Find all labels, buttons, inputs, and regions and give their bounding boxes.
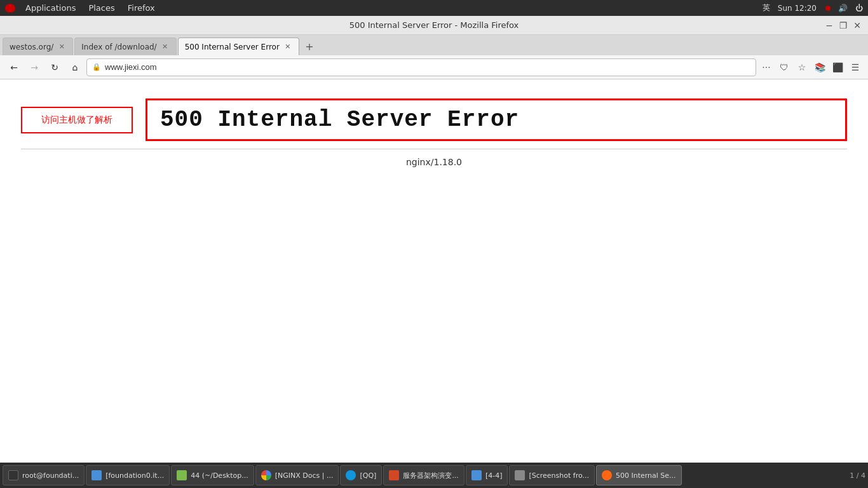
minimize-button[interactable]: − <box>824 20 835 31</box>
system-bar-left: Applications Places Firefox <box>5 2 160 14</box>
taskbar-files[interactable]: [4-4] <box>466 465 508 485</box>
window-title: 500 Internal Server Error - Mozilla Fire… <box>349 20 519 30</box>
close-button[interactable]: ✕ <box>851 20 863 31</box>
bookmark-star-button[interactable]: ☆ <box>794 60 810 75</box>
tab-close-button[interactable]: ✕ <box>283 43 292 51</box>
applications-menu[interactable]: Applications <box>20 2 81 14</box>
library-button[interactable]: 📚 <box>812 60 827 75</box>
server-info: nginx/1.18.0 <box>21 157 847 167</box>
firefox-icon <box>602 470 612 480</box>
taskbar-ppt[interactable]: 服务器架构演变... <box>383 465 465 485</box>
power-icon[interactable]: ⏻ <box>855 4 863 13</box>
taskbar-chrome-label: [NGINX Docs | ... <box>275 471 334 480</box>
restore-button[interactable]: ❐ <box>837 20 849 31</box>
tab-close-button[interactable]: ✕ <box>161 43 170 51</box>
chrome-icon <box>261 470 271 480</box>
back-button[interactable]: ← <box>5 58 23 76</box>
sidebar-button[interactable]: ⬛ <box>830 60 845 75</box>
taskbar-editor[interactable]: 44 (~/Desktop... <box>171 465 254 485</box>
tab-500-error[interactable]: 500 Internal Server Error ✕ <box>178 37 299 55</box>
taskbar-terminal-label: root@foundati... <box>22 471 79 480</box>
qq-icon <box>346 470 356 480</box>
tab-download[interactable]: Index of /download/ ✕ <box>74 37 176 55</box>
taskbar-qq-label: [QQ] <box>360 471 376 480</box>
taskbar-chrome[interactable]: [NGINX Docs | ... <box>255 465 339 485</box>
terminal-icon <box>8 470 18 480</box>
page-top-row: 访问主机做了解析 500 Internal Server Error <box>21 92 847 141</box>
tab-westos[interactable]: westos.org/ ✕ <box>3 37 73 55</box>
taskbar-firefox-label: 500 Internal Se... <box>616 471 676 480</box>
taskbar: root@foundati... [foundation0.it... 44 (… <box>0 463 868 488</box>
places-menu[interactable]: Places <box>83 2 119 14</box>
reload-button[interactable]: ↻ <box>46 58 64 76</box>
editor-icon <box>177 470 187 480</box>
taskbar-page-indicator: 1 / 4 <box>844 471 865 480</box>
tab-label: Index of /download/ <box>81 43 156 51</box>
taskbar-editor-label: 44 (~/Desktop... <box>191 471 248 480</box>
window-controls: − ❐ ✕ <box>824 20 863 31</box>
taskbar-firefox[interactable]: 500 Internal Se... <box>596 465 682 485</box>
hamburger-button[interactable]: ☰ <box>848 60 863 75</box>
taskbar-filemanager-label: [foundation0.it... <box>105 471 164 480</box>
error-title: 500 Internal Server Error <box>160 107 832 133</box>
title-bar: 500 Internal Server Error - Mozilla Fire… <box>0 16 868 35</box>
system-bar: Applications Places Firefox 英 Sun 12:20 … <box>0 0 868 16</box>
screenshot-icon <box>515 470 525 480</box>
tab-close-button[interactable]: ✕ <box>57 43 66 51</box>
home-button[interactable]: ⌂ <box>66 58 84 76</box>
shield-button[interactable]: 🛡 <box>776 60 792 75</box>
taskbar-screenshot-label: [Screenshot fro... <box>529 471 589 480</box>
error-heading-box: 500 Internal Server Error <box>146 98 847 141</box>
security-icon: 🔒 <box>92 63 101 71</box>
filemanager-icon <box>92 470 102 480</box>
page-inner: 访问主机做了解析 500 Internal Server Error nginx… <box>21 92 847 167</box>
taskbar-ppt-label: 服务器架构演变... <box>403 471 459 480</box>
taskbar-filemanager[interactable]: [foundation0.it... <box>86 465 170 485</box>
os-icon <box>5 4 15 13</box>
taskbar-screenshot[interactable]: [Screenshot fro... <box>509 465 595 485</box>
url-input[interactable] <box>105 62 750 72</box>
new-tab-button[interactable]: + <box>301 37 318 55</box>
page-divider <box>21 149 847 149</box>
forward-button[interactable]: → <box>25 58 43 76</box>
ppt-icon <box>389 470 399 480</box>
taskbar-qq[interactable]: [QQ] <box>340 465 382 485</box>
navigation-bar: ← → ↻ ⌂ 🔒 ··· 🛡 ☆ 📚 ⬛ ☰ <box>0 55 868 79</box>
firefox-menu[interactable]: Firefox <box>123 2 160 14</box>
system-bar-right: 英 Sun 12:20 🔊 ⏻ <box>763 3 863 13</box>
taskbar-files-label: [4-4] <box>485 471 503 480</box>
tab-label: 500 Internal Server Error <box>185 43 280 51</box>
language-indicator[interactable]: 英 <box>763 3 770 13</box>
files-icon <box>471 470 482 480</box>
network-status-dot <box>825 6 831 11</box>
page-content: 访问主机做了解析 500 Internal Server Error nginx… <box>0 79 868 463</box>
nav-right-buttons: ··· 🛡 ☆ <box>759 60 810 75</box>
taskbar-terminal[interactable]: root@foundati... <box>3 465 85 485</box>
address-bar[interactable]: 🔒 <box>86 58 756 76</box>
tab-bar: westos.org/ ✕ Index of /download/ ✕ 500 … <box>0 35 868 55</box>
dns-note: 访问主机做了解析 <box>21 107 133 133</box>
more-button[interactable]: ··· <box>759 60 774 75</box>
browser-window: 500 Internal Server Error - Mozilla Fire… <box>0 16 868 488</box>
tab-label: westos.org/ <box>10 43 53 51</box>
clock: Sun 12:20 <box>778 4 817 13</box>
volume-icon[interactable]: 🔊 <box>838 4 848 13</box>
